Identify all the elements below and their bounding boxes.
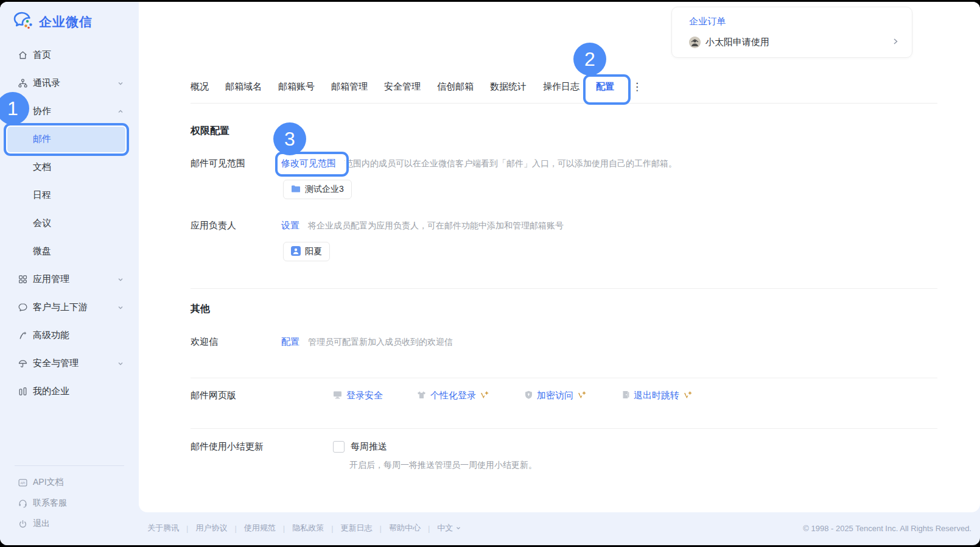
tab-bar: 概况 邮箱域名 邮箱账号 邮箱管理 安全管理 信创邮箱 数据统计 操作日志 配置… <box>191 79 642 95</box>
tab-mail-management[interactable]: 邮箱管理 <box>331 79 368 95</box>
tab-mail-domain[interactable]: 邮箱域名 <box>225 79 262 95</box>
sidebar-item-schedule[interactable]: 日程 <box>0 181 139 209</box>
sidebar-item-label: 通讯录 <box>33 77 60 89</box>
svg-text:API: API <box>20 481 25 484</box>
page-footer: 关于腾讯| 用户协议| 使用规范| 隐私政策| 更新日志| 帮助中心| 中文 ©… <box>0 511 980 545</box>
enterprise-order-card: 企业订单 小太阳申请使用 <box>671 7 912 58</box>
premium-sparkle-icon <box>480 390 491 401</box>
section-divider <box>191 288 937 289</box>
footer-link-usage-rules[interactable]: 使用规范 <box>243 523 277 534</box>
footer-link-changelog[interactable]: 更新日志 <box>340 523 374 534</box>
chevron-down-icon <box>117 275 124 285</box>
sidebar-item-drive[interactable]: 微盘 <box>0 237 139 265</box>
app-owner-tag[interactable]: 阳夏 <box>283 242 330 261</box>
mail-summary-row: 邮件使用小结更新 <box>191 441 937 453</box>
mail-summary-label: 邮件使用小结更新 <box>191 441 281 453</box>
sidebar-item-mail[interactable]: 邮件 <box>6 125 129 153</box>
chevron-down-icon <box>117 359 124 369</box>
avatar <box>689 37 701 48</box>
encrypted-access-link[interactable]: 加密访问 <box>525 390 588 401</box>
sidebar-item-security[interactable]: 安全与管理 <box>0 349 139 377</box>
sidebar-item-label: 联系客服 <box>33 498 67 509</box>
sidebar-item-label: 高级功能 <box>33 330 69 341</box>
sidebar-item-label: 退出 <box>33 518 50 529</box>
sidebar-divider <box>15 465 124 466</box>
sidebar-item-advanced[interactable]: 高级功能 <box>0 321 139 349</box>
footer-link-help-center[interactable]: 帮助中心 <box>388 523 422 534</box>
mail-visibility-label: 邮件可见范围 <box>191 158 281 169</box>
shirt-icon <box>417 390 426 401</box>
welcome-config-link[interactable]: 配置 <box>281 336 299 348</box>
welcome-letter-row: 欢迎信 配置 管理员可配置新加入成员收到的欢迎信 <box>191 336 937 348</box>
sidebar-item-meeting[interactable]: 会议 <box>0 209 139 237</box>
order-request-label: 小太阳申请使用 <box>705 37 769 48</box>
sidebar-item-label: 微盘 <box>33 245 51 257</box>
copyright-text: © 1998 - 2025 Tencent Inc. All Rights Re… <box>803 524 971 533</box>
contacts-icon <box>17 77 28 88</box>
personalized-login-link[interactable]: 个性化登录 <box>417 390 491 401</box>
tab-mail-account[interactable]: 邮箱账号 <box>278 79 315 95</box>
welcome-letter-label: 欢迎信 <box>191 336 281 348</box>
section-title-other: 其他 <box>191 303 210 316</box>
tab-data-statistics[interactable]: 数据统计 <box>490 79 527 95</box>
wecom-logo-icon <box>13 12 34 32</box>
section-title-permission: 权限配置 <box>191 125 229 138</box>
member-icon <box>291 246 301 258</box>
sidebar-item-contact-support[interactable]: 联系客服 <box>0 493 139 513</box>
app-logo[interactable]: 企业微信 <box>13 12 93 32</box>
chevron-down-icon <box>117 303 124 313</box>
footer-link-user-agreement[interactable]: 用户协议 <box>194 523 228 534</box>
home-icon <box>17 49 28 60</box>
footer-link-privacy[interactable]: 隐私政策 <box>291 523 325 534</box>
footer-link-about[interactable]: 关于腾讯 <box>146 523 180 534</box>
sidebar-item-home[interactable]: 首页 <box>0 41 139 69</box>
sidebar-item-label: 会议 <box>33 217 51 229</box>
api-doc-icon: API <box>17 477 28 488</box>
sidebar-item-label: 我的企业 <box>33 386 69 397</box>
more-menu-icon[interactable]: ⋮ <box>632 80 642 93</box>
chat-bubble-icon <box>17 302 28 312</box>
monitor-icon <box>333 390 342 401</box>
webmail-label: 邮件网页版 <box>191 390 281 401</box>
chevron-up-icon <box>117 107 124 117</box>
tab-overview[interactable]: 概况 <box>191 79 209 95</box>
footer-language-selector[interactable]: 中文 <box>436 523 463 534</box>
sidebar-item-customers[interactable]: 客户与上下游 <box>0 293 139 321</box>
modify-visibility-link[interactable]: 修改可见范围 <box>281 158 336 169</box>
folder-icon <box>291 185 301 195</box>
app-window: 企业微信 首页 通讯录 协作 <box>0 2 980 545</box>
sidebar-item-my-company[interactable]: 我的企业 <box>0 377 139 405</box>
mail-visibility-desc: 范围内的成员可以在企业微信客户端看到「邮件」入口，可以添加使用自己的工作邮箱。 <box>345 158 677 169</box>
door-icon <box>622 390 629 401</box>
tab-security-management[interactable]: 安全管理 <box>384 79 421 95</box>
chevron-down-icon <box>117 79 124 89</box>
sidebar-item-label: 客户与上下游 <box>33 302 88 313</box>
apps-grid-icon <box>17 274 28 284</box>
sidebar-item-api-docs[interactable]: API API文档 <box>0 472 139 493</box>
sidebar-item-contacts[interactable]: 通讯录 <box>0 69 139 97</box>
owner-set-link[interactable]: 设置 <box>281 220 299 231</box>
sidebar-item-label: 日程 <box>33 189 51 201</box>
order-request-row[interactable]: 小太阳申请使用 <box>689 37 900 48</box>
visibility-scope-tag[interactable]: 测试企业3 <box>283 180 352 199</box>
sidebar-item-label: 邮件 <box>33 133 51 145</box>
tab-settings[interactable]: 配置 <box>596 79 614 95</box>
app-owner-label: 应用负责人 <box>191 220 281 231</box>
premium-sparkle-icon <box>684 390 694 401</box>
section-divider <box>191 378 937 378</box>
sidebar-item-collaboration[interactable]: 协作 <box>0 97 139 125</box>
weekly-push-checkbox[interactable] <box>333 441 345 453</box>
tab-xinchuang-mail[interactable]: 信创邮箱 <box>437 79 474 95</box>
tab-operation-log[interactable]: 操作日志 <box>543 79 579 95</box>
login-security-link[interactable]: 登录安全 <box>333 390 383 401</box>
chevron-down-icon <box>455 525 461 531</box>
weekly-push-desc: 开启后，每周一将推送管理员一周使用小结更新。 <box>349 460 537 471</box>
shield-lock-icon <box>525 390 533 401</box>
section-divider <box>191 428 937 429</box>
enterprise-order-link[interactable]: 企业订单 <box>689 16 726 27</box>
sidebar-item-docs[interactable]: 文档 <box>0 153 139 181</box>
sidebar-item-app-management[interactable]: 应用管理 <box>0 265 139 293</box>
power-icon <box>17 518 28 529</box>
sidebar-item-logout[interactable]: 退出 <box>0 513 139 534</box>
logout-redirect-link[interactable]: 退出时跳转 <box>622 390 694 401</box>
